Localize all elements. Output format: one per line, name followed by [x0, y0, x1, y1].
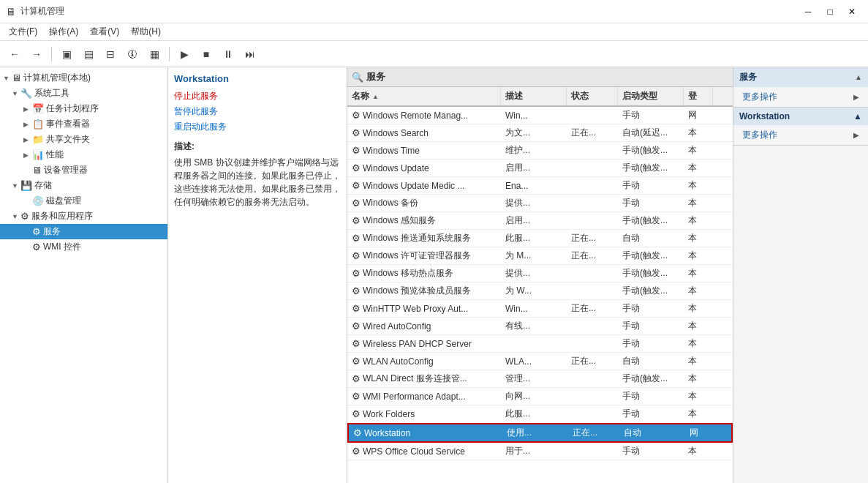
service-icon-3: ⚙: [352, 162, 361, 173]
column-headers: 名称 ▲ 描述 状态 启动类型 登: [347, 87, 733, 107]
tree-label-7: 存储: [34, 179, 52, 192]
sidebar-item-11[interactable]: ⚙WMI 控件: [0, 239, 167, 255]
toolbar-forward[interactable]: →: [26, 44, 47, 64]
table-row[interactable]: ⚙ Wireless PAN DHCP Server 手动 本: [347, 335, 733, 353]
service-icon-19: ⚙: [352, 446, 361, 457]
sidebar-item-7[interactable]: ▼💾存储: [0, 178, 167, 193]
tree-arrow-5: ▶: [23, 151, 32, 159]
service-panel-title: Workstation: [174, 73, 341, 84]
toolbar-btn5[interactable]: ▦: [144, 44, 165, 64]
sidebar-item-1[interactable]: ▼🔧系统工具: [0, 86, 167, 101]
col-startup[interactable]: 启动类型: [618, 87, 684, 105]
cell-login-3: 本: [684, 160, 713, 176]
table-row[interactable]: ⚙ WLAN Direct 服务连接管... 管理... 手动(触发... 本: [347, 370, 733, 388]
toolbar-btn1[interactable]: ▣: [56, 44, 77, 64]
cell-startup-1: 自动(延迟...: [618, 124, 684, 141]
cell-login-0: 网: [684, 107, 713, 124]
toolbar-restart[interactable]: ⏭: [240, 44, 260, 64]
service-icon-13: ⚙: [352, 338, 361, 349]
ops-more-actions-services[interactable]: 更多操作 ▶: [733, 87, 868, 107]
menu-item-1[interactable]: 操作(A): [45, 24, 83, 40]
table-row[interactable]: ⚙ WinHTTP Web Proxy Aut... Win... 正在... …: [347, 300, 733, 318]
cell-name-3: ⚙ Windows Update: [347, 160, 501, 176]
menu-item-2[interactable]: 查看(V): [86, 24, 124, 40]
cell-status-1: 正在...: [567, 124, 618, 141]
sidebar: ▼🖥计算机管理(本地)▼🔧系统工具▶📅任务计划程序▶📋事件查看器▶📁共享文件夹▶…: [0, 67, 168, 483]
table-row[interactable]: ⚙ WLAN AutoConfig WLA... 正在... 自动 本: [347, 353, 733, 370]
table-row[interactable]: ⚙ Work Folders 此服... 手动 本: [347, 405, 733, 423]
table-row[interactable]: ⚙ Windows Remote Manag... Win... 手动 网: [347, 107, 733, 124]
sidebar-item-5[interactable]: ▶📊性能: [0, 147, 167, 162]
sidebar-item-9[interactable]: ▼⚙服务和应用程序: [0, 209, 167, 224]
service-icon-1: ⚙: [352, 127, 361, 138]
table-row[interactable]: ⚙ Windows Search 为文... 正在... 自动(延迟... 本: [347, 124, 733, 142]
table-row[interactable]: ⚙ WMI Performance Adapt... 向网... 手动 本: [347, 388, 733, 405]
col-login[interactable]: 登: [684, 87, 713, 105]
toolbar-btn3[interactable]: ⊟: [100, 44, 121, 64]
table-row[interactable]: ⚙ Windows 移动热点服务 提供... 手动(触发... 本: [347, 265, 733, 282]
maximize-button[interactable]: □: [820, 4, 840, 19]
toolbar-back[interactable]: ←: [4, 44, 25, 64]
toolbar-stop[interactable]: ■: [196, 44, 216, 64]
pause-service-link[interactable]: 暂停此服务: [174, 105, 341, 118]
table-row[interactable]: ⚙ Windows 推送通知系统服务 此服... 正在... 自动 本: [347, 230, 733, 247]
table-row[interactable]: ⚙ Windows 备份 提供... 手动 本: [347, 195, 733, 212]
sidebar-item-4[interactable]: ▶📁共享文件夹: [0, 132, 167, 147]
svc-name-8: Windows 许可证管理器服务: [363, 250, 471, 262]
service-icon-2: ⚙: [352, 145, 361, 156]
col-desc[interactable]: 描述: [501, 87, 567, 105]
table-row[interactable]: ⚙ Workstation 使用... 正在... 自动 网: [347, 423, 733, 443]
col-name[interactable]: 名称 ▲: [347, 87, 501, 105]
cell-status-12: [567, 324, 618, 329]
svc-name-5: Windows 备份: [363, 197, 418, 209]
cell-startup-8: 手动(触发...: [618, 247, 684, 264]
sidebar-item-2[interactable]: ▶📅任务计划程序: [0, 101, 167, 116]
sidebar-item-6[interactable]: 🖥设备管理器: [0, 162, 167, 178]
cell-desc-9: 提供...: [501, 265, 567, 282]
service-icon-6: ⚙: [352, 215, 361, 226]
cell-startup-7: 自动: [618, 230, 684, 247]
cell-status-2: [567, 149, 618, 153]
sidebar-item-0[interactable]: ▼🖥计算机管理(本地): [0, 70, 167, 86]
menu-item-3[interactable]: 帮助(H): [127, 24, 165, 40]
table-row[interactable]: ⚙ Windows 感知服务 启用... 手动(触发... 本: [347, 212, 733, 230]
cell-startup-14: 自动: [618, 353, 684, 370]
search-icon: 🔍: [352, 72, 363, 83]
table-row[interactable]: ⚙ Windows 预览体验成员服务 为 W... 手动(触发... 本: [347, 282, 733, 300]
close-button[interactable]: ✕: [842, 4, 862, 19]
table-row[interactable]: ⚙ Wired AutoConfig 有线... 手动 本: [347, 318, 733, 335]
sidebar-item-3[interactable]: ▶📋事件查看器: [0, 116, 167, 132]
tree-arrow-9: ▼: [12, 213, 20, 220]
toolbar-btn4[interactable]: 🛈: [122, 44, 143, 64]
table-row[interactable]: ⚙ Windows Update Medic ... Ena... 手动 本: [347, 177, 733, 195]
menu-item-0[interactable]: 文件(F): [4, 24, 42, 40]
toolbar-play[interactable]: ▶: [174, 44, 195, 64]
sidebar-item-10[interactable]: ⚙服务: [0, 224, 167, 239]
tree-arrow-1: ▼: [12, 90, 20, 97]
ops-services-header[interactable]: 服务 ▲: [733, 67, 868, 87]
table-row[interactable]: ⚙ Windows Update 启用... 手动(触发... 本: [347, 160, 733, 177]
tree-arrow-7: ▼: [12, 182, 20, 190]
col-status[interactable]: 状态: [567, 87, 618, 105]
minimize-button[interactable]: ─: [798, 4, 818, 19]
cell-login-16: 本: [684, 388, 713, 405]
table-row[interactable]: ⚙ Windows 许可证管理器服务 为 M... 正在... 手动(触发...…: [347, 247, 733, 265]
ops-more-wk-arrow: ▶: [853, 131, 859, 139]
toolbar-btn2[interactable]: ▤: [78, 44, 99, 64]
toolbar-pause[interactable]: ⏸: [218, 44, 238, 64]
sidebar-item-8[interactable]: 💿磁盘管理: [0, 193, 167, 209]
table-row[interactable]: ⚙ WPS Office Cloud Service 用于... 手动 本: [347, 443, 733, 460]
ops-more-actions-workstation[interactable]: 更多操作 ▶: [733, 125, 868, 145]
svc-name-18: Workstation: [364, 428, 410, 438]
sort-arrow-name: ▲: [372, 93, 379, 100]
cell-status-0: [567, 113, 618, 118]
cell-status-4: [567, 184, 618, 188]
cell-name-10: ⚙ Windows 预览体验成员服务: [347, 282, 501, 299]
cell-desc-1: 为文...: [501, 124, 567, 141]
cell-name-17: ⚙ Work Folders: [347, 406, 501, 422]
stop-service-link[interactable]: 停止此服务: [174, 90, 341, 102]
restart-service-link[interactable]: 重启动此服务: [174, 121, 341, 133]
ops-workstation-header[interactable]: Workstation ▲: [733, 108, 868, 125]
cell-name-0: ⚙ Windows Remote Manag...: [347, 108, 501, 123]
table-row[interactable]: ⚙ Windows Time 维护... 手动(触发... 本: [347, 142, 733, 160]
